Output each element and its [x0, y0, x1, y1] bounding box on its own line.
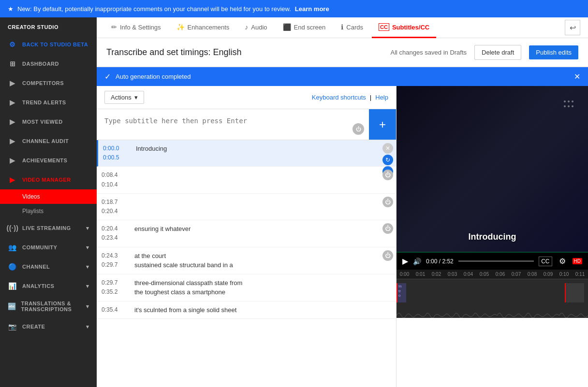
keyboard-shortcuts-link[interactable]: Keyboard shortcuts: [312, 94, 366, 101]
sidebar-item-channel[interactable]: 🔵 CHANNEL ▾: [0, 257, 97, 276]
add-subtitle-button[interactable]: +: [369, 109, 396, 140]
hd-badge: HD: [573, 258, 582, 264]
video-manager-icon: ▶: [8, 175, 17, 185]
sidebar-item-label: DASHBOARD: [22, 61, 59, 67]
delete-draft-button[interactable]: Delete draft: [474, 45, 521, 60]
duration: 2:52: [442, 258, 453, 265]
sidebar-item-analytics[interactable]: 📊 ANALYTICS ▾: [0, 276, 97, 296]
power-icon[interactable]: ⏻: [353, 123, 364, 135]
sidebar-item-live-streaming[interactable]: ((·)) LIVE STREAMING ▾: [0, 218, 97, 238]
timeline-tracks[interactable]: Intro: [397, 279, 588, 308]
sidebar-item-most-viewed[interactable]: ▶ MOST VIEWED: [0, 112, 97, 131]
start-time: 0:35.4: [102, 305, 131, 315]
subtitle-text[interactable]: it's sculnted from a single solid sheet: [134, 305, 391, 315]
subtitle-text[interactable]: Introducing: [136, 144, 391, 154]
sidebar-item-label: TREND ALERTS: [22, 100, 66, 105]
start-time: 0:29.7: [102, 278, 131, 287]
sidebar-item-translations[interactable]: 🔤 TRANSLATIONS & TRANSCRIPTIONS ▾: [0, 296, 97, 317]
tab-subtitles[interactable]: CC Subtitles/CC: [372, 17, 436, 38]
subtitle-input-wrapper: ⏻: [97, 109, 369, 140]
sidebar-item-achievements[interactable]: ▶ ACHIEVEMENTS: [0, 151, 97, 170]
sidebar-sub-item-playlists[interactable]: Playlists: [0, 204, 97, 218]
power-subtitle-button[interactable]: ⏻: [382, 223, 393, 234]
tab-label: Enhancements: [188, 24, 230, 31]
subtitle-item: 0:20.4 0:23.4 ensuring it whatever ⏻: [97, 220, 396, 247]
separator: |: [370, 94, 371, 101]
sidebar-item-video-manager[interactable]: ▶ VIDEO MANAGER: [0, 170, 97, 189]
top-banner: ★ New: By default, potentially inappropr…: [0, 0, 588, 17]
end-time: 0:20.4: [102, 207, 131, 216]
create-icon: 📷: [8, 322, 17, 331]
dashboard-icon: ⊞: [8, 59, 17, 69]
subtitle-text[interactable]: ensuring it whatever: [134, 224, 391, 234]
tab-label: Audio: [251, 24, 267, 31]
help-link[interactable]: Help: [375, 94, 388, 101]
actions-dropdown[interactable]: Actions ▾: [104, 91, 144, 104]
subtitle-input[interactable]: [97, 109, 369, 138]
subtitle-item: 0:00.0 0:00.5 Introducing ✕ ↻ +: [97, 140, 396, 167]
sidebar-item-channel-audit[interactable]: ▶ CHANNEL AUDIT: [0, 131, 97, 151]
sidebar-item-label: ACHIEVEMENTS: [22, 158, 67, 163]
subtitle-times: 0:24.3 0:29.7: [102, 251, 131, 270]
learn-more-link[interactable]: Learn more: [295, 5, 329, 13]
timeline-area: 0:00 0:01 0:02 0:03 0:04 0:05 0:06 0:07 …: [397, 270, 588, 318]
progress-bar[interactable]: [458, 260, 534, 262]
sidebar-item-label: ANALYTICS: [22, 283, 54, 289]
timeline-caption-block: Intro: [397, 283, 406, 302]
tab-label: End screen: [294, 24, 326, 31]
time-display: 0:00 / 2:52: [426, 258, 454, 265]
regenerate-subtitle-button[interactable]: ↻: [382, 155, 393, 165]
video-settings-button[interactable]: ⚙: [557, 256, 568, 267]
subtitle-item-actions: ⏻: [382, 250, 393, 261]
sidebar-item-competitors[interactable]: ▶ COMPETITORS: [0, 73, 97, 93]
power-subtitle-button[interactable]: ⏻: [382, 250, 393, 261]
subtitle-item: 0:29.7 0:35.2 three-dimensional classpat…: [97, 274, 396, 301]
power-subtitle-button[interactable]: ⏻: [382, 197, 393, 207]
remove-subtitle-button[interactable]: ✕: [382, 143, 393, 154]
cc-icon: CC: [379, 23, 389, 31]
sidebar-item-create[interactable]: 📷 CREATE ▾: [0, 317, 97, 336]
chevron-down-icon: ▾: [86, 303, 89, 310]
left-panel: Actions ▾ Keyboard shortcuts | Help ⏻: [97, 86, 397, 387]
cc-button[interactable]: CC: [539, 257, 552, 266]
tab-end-screen[interactable]: ⬛ End screen: [276, 17, 333, 38]
sidebar-item-community[interactable]: 👥 COMMUNITY ▾: [0, 238, 97, 257]
tab-enhancements[interactable]: ✨ Enhancements: [170, 17, 236, 38]
power-subtitle-button[interactable]: ⏻: [382, 170, 393, 180]
start-time: 0:08.4: [102, 171, 131, 180]
most-viewed-icon: ▶: [8, 117, 17, 127]
trend-icon: ▶: [8, 98, 17, 107]
volume-button[interactable]: 🔊: [413, 258, 421, 265]
tab-audio[interactable]: ♪ Audio: [238, 17, 274, 38]
publish-edits-button[interactable]: Publish edits: [529, 45, 578, 59]
play-button[interactable]: ▶: [402, 257, 408, 266]
current-time: 0:00: [426, 258, 437, 265]
sidebar-item-back-to-studio[interactable]: ⚙ BACK TO STUDIO BETA: [0, 35, 97, 54]
tab-cards[interactable]: ℹ Cards: [334, 17, 370, 38]
sidebar-sub-item-videos[interactable]: Videos: [0, 189, 97, 204]
audio-waveform: [397, 308, 588, 318]
tab-label: Info & Settings: [120, 24, 161, 31]
subtitle-item-actions: ⏻: [382, 197, 393, 207]
subtitle-text[interactable]: three-dimensional classpath state from t…: [134, 278, 391, 297]
end-time: 0:29.7: [102, 260, 131, 270]
tick-11: 0:11: [572, 272, 588, 277]
editor-area: Actions ▾ Keyboard shortcuts | Help ⏻: [97, 86, 588, 387]
sidebar-item-label: MOST VIEWED: [22, 119, 63, 125]
subtitle-item-actions: ⏻: [382, 223, 393, 234]
close-alert-button[interactable]: ✕: [574, 72, 580, 81]
keyboard-links: Keyboard shortcuts | Help: [312, 94, 388, 101]
chevron-down-icon: ▾: [86, 244, 89, 251]
sidebar-item-dashboard[interactable]: ⊞ DASHBOARD: [0, 54, 97, 73]
sidebar-item-trend-alerts[interactable]: ▶ TREND ALERTS: [0, 93, 97, 112]
back-button[interactable]: ↩: [565, 20, 580, 35]
sidebar-item-label: BACK TO STUDIO BETA: [22, 42, 88, 47]
subtitle-item: 0:18.7 0:20.4 ⏻: [97, 194, 396, 220]
sidebar-item-label: LIVE STREAMING: [22, 225, 71, 231]
alert-banner: ✓ Auto generation completed ✕: [97, 67, 588, 86]
banner-text: New: By default, potentially inappropria…: [17, 5, 291, 13]
tab-info-settings[interactable]: ✏ Info & Settings: [104, 17, 168, 38]
tick-8: 0:08: [524, 272, 540, 277]
subtitle-text[interactable]: at the court sustained scale structural …: [134, 251, 391, 270]
tab-label: Subtitles/CC: [392, 24, 429, 31]
